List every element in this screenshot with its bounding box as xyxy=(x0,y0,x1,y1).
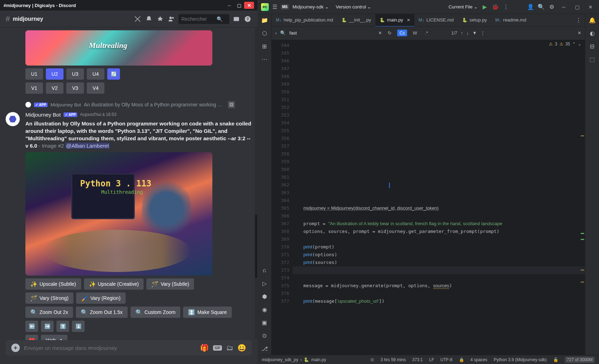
members-icon[interactable] xyxy=(167,15,176,23)
zoom-out-2x-button[interactable]: 🔍Zoom Out 2x xyxy=(25,307,73,318)
sticker-icon[interactable]: 🗂 xyxy=(226,344,233,352)
upscale-creative-button[interactable]: ✨Upscale (Creative) xyxy=(84,278,144,290)
terminal-tool-icon[interactable]: ▣ xyxy=(262,319,267,326)
prev-match-icon[interactable]: ↑ xyxy=(461,30,463,36)
tab-license[interactable]: M↓LICENSE.md xyxy=(415,14,458,27)
ide-close-button[interactable]: ✕ xyxy=(586,4,595,10)
search-options-icon[interactable]: ⋮ xyxy=(480,30,485,36)
bot-avatar[interactable] xyxy=(6,112,20,126)
previous-generation-image[interactable]: Multrealing xyxy=(25,30,212,66)
v3-button[interactable]: V3 xyxy=(66,82,84,94)
lock-icon[interactable]: 🔓 xyxy=(553,357,558,362)
database-tool-icon[interactable]: ⊟ xyxy=(590,43,594,50)
u3-button[interactable]: U3 xyxy=(66,68,84,80)
tab-init[interactable]: 🐍__init__.py xyxy=(337,14,375,27)
notifications-tool-icon[interactable]: 🔔 xyxy=(589,17,596,24)
ide-minimize-button[interactable]: ─ xyxy=(559,4,569,10)
more-tools-icon[interactable]: ⋯ xyxy=(262,56,267,63)
previous-searches-icon[interactable]: ↻ xyxy=(386,30,394,36)
status-indent[interactable]: 4 spaces xyxy=(471,357,488,362)
pan-left-button[interactable]: ⬅️ xyxy=(25,321,38,332)
more-actions-icon[interactable]: ⋮ xyxy=(502,4,509,10)
v4-button[interactable]: V4 xyxy=(87,82,104,94)
status-encoding[interactable]: UTF-8 xyxy=(441,357,453,362)
run-tool-icon[interactable]: ▷ xyxy=(262,280,267,287)
inbox-icon[interactable] xyxy=(232,15,241,23)
coverage-tool-icon[interactable]: ⬚ xyxy=(589,56,595,63)
regex-toggle[interactable]: .* xyxy=(423,30,430,36)
code-content[interactable]: midjourney = Midjourney(discord_channel_… xyxy=(293,39,585,355)
emoji-icon[interactable]: 😀 xyxy=(237,344,246,352)
vcs-tool-icon[interactable]: ⎇ xyxy=(261,345,268,352)
minimize-button[interactable]: ─ xyxy=(224,2,234,9)
commit-tool-icon[interactable]: ⬡ xyxy=(262,30,267,37)
status-trial[interactable]: 727 of 3000M xyxy=(565,357,595,363)
close-button[interactable]: ✕ xyxy=(244,2,254,9)
breadcrumb[interactable]: midjourney_sdk_py › 🐍 main.py xyxy=(262,357,326,362)
debug-button[interactable]: 🐞 xyxy=(492,4,499,10)
status-uptime[interactable]: 3 hrs 59 mins xyxy=(380,357,406,362)
match-case-toggle[interactable]: Cc xyxy=(397,30,407,36)
custom-zoom-button[interactable]: 🔍Custom Zoom xyxy=(131,307,181,318)
generated-image[interactable]: Python 3 . 113 Multithreading xyxy=(25,152,212,276)
attach-button[interactable]: + xyxy=(11,344,20,352)
v2-button[interactable]: V2 xyxy=(46,82,63,94)
u4-button[interactable]: U4 xyxy=(87,68,104,80)
close-search-icon[interactable]: ✕ xyxy=(577,30,581,36)
structure-tool-icon[interactable]: ⊞ xyxy=(262,43,267,50)
gif-button[interactable]: GIF xyxy=(213,345,222,351)
ai-assistant-icon[interactable]: ◐ xyxy=(590,30,595,37)
vary-strong-button[interactable]: 🪄Vary (Strong) xyxy=(25,292,73,304)
run-button[interactable]: ▶ xyxy=(481,4,488,10)
pan-down-button[interactable]: ⬇️ xyxy=(72,321,85,332)
gift-icon[interactable]: 🎁 xyxy=(200,344,209,352)
make-square-button[interactable]: ↕️Make Square xyxy=(183,307,231,318)
tab-help-pip[interactable]: M↓help_pip_publication.md xyxy=(272,14,337,27)
inspections-nav-up[interactable]: ⌃ xyxy=(572,42,576,47)
v1-button[interactable]: V1 xyxy=(25,82,43,94)
python-console-icon[interactable]: ◉ xyxy=(262,306,267,313)
run-config-selector[interactable]: Current File ⌄ xyxy=(448,4,478,10)
search-box[interactable]: 🔍 xyxy=(179,14,229,24)
editor-minimap[interactable] xyxy=(580,50,585,355)
web-button[interactable]: Web ↗ xyxy=(41,335,67,340)
inspections-widget[interactable]: ⚠3 ⚠35 ⌃ ⌄ xyxy=(549,42,581,47)
filter-icon[interactable]: ▼ xyxy=(472,30,477,36)
status-line-separator[interactable]: LF xyxy=(429,357,434,362)
search-everywhere-icon[interactable]: 🔍 xyxy=(538,4,545,10)
settings-icon[interactable]: ⚙ xyxy=(548,4,555,10)
project-name[interactable]: Midjourney-sdk ⌄ xyxy=(292,4,329,10)
reroll-button[interactable]: 🔄 xyxy=(107,68,120,80)
tab-readme[interactable]: M↓readme.md xyxy=(491,14,531,27)
main-menu-icon[interactable]: ☰ xyxy=(272,4,277,10)
pan-right-button[interactable]: ➡️ xyxy=(41,321,54,332)
user-mention[interactable]: @Alban Lamberet xyxy=(65,143,109,149)
message-text-input[interactable] xyxy=(24,345,196,351)
threads-icon[interactable] xyxy=(133,15,142,23)
tab-setup[interactable]: 🐍setup.py xyxy=(458,14,491,27)
expand-search-icon[interactable]: › xyxy=(275,30,277,36)
reply-reference[interactable]: ✓ APP Midjourney Bot An illustration by … xyxy=(6,101,252,109)
maximize-button[interactable]: ▢ xyxy=(234,2,244,9)
tabs-overflow-icon[interactable]: ⋮ xyxy=(572,17,585,24)
search-input[interactable] xyxy=(181,16,217,22)
scrollbar-thumb[interactable] xyxy=(255,215,257,278)
inspections-nav-down[interactable]: ⌄ xyxy=(578,42,581,47)
help-icon[interactable]: ? xyxy=(243,15,252,23)
services-tool-icon[interactable]: ⬢ xyxy=(262,293,267,300)
clear-search-icon[interactable]: ✕ xyxy=(378,30,382,36)
code-with-me-icon[interactable]: 👤 xyxy=(527,4,534,10)
pycharm-logo-icon[interactable]: PC xyxy=(261,3,269,11)
version-control-menu[interactable]: Version control ⌄ xyxy=(336,4,371,10)
project-tool-icon[interactable]: 📁 xyxy=(261,17,268,24)
words-toggle[interactable]: W xyxy=(411,30,419,36)
pan-up-button[interactable]: ⬆️ xyxy=(56,321,69,332)
message-input[interactable]: + 🎁 GIF 🗂 😀 xyxy=(6,340,252,356)
zoom-out-15x-button[interactable]: 🔍Zoom Out 1.5x xyxy=(76,307,128,318)
status-position[interactable]: 373:1 xyxy=(412,357,423,362)
upscale-subtle-button[interactable]: ✨Upscale (Subtle) xyxy=(25,278,81,290)
vary-region-button[interactable]: 🖌️Vary (Region) xyxy=(76,292,125,304)
readonly-icon[interactable]: 🔒 xyxy=(459,357,464,362)
pinned-icon[interactable] xyxy=(156,15,164,23)
message-scrollbar[interactable] xyxy=(255,27,258,339)
